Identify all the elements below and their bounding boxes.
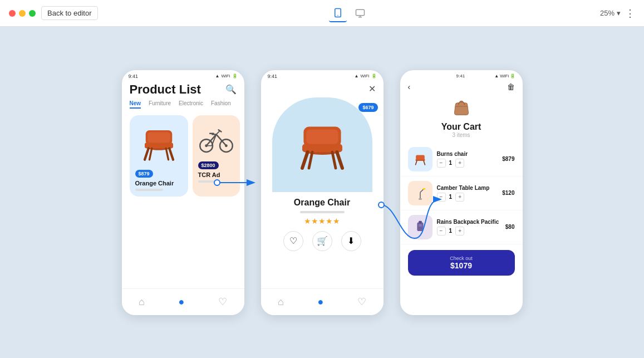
chair-rating-bar [135,189,163,191]
qty-decrease-2[interactable]: − [437,227,446,236]
traffic-lights [9,10,36,17]
chair-price-badge: $879 [135,170,153,178]
search-icon[interactable]: 🔍 [225,84,237,95]
bike-rating-bar [198,180,218,183]
back-icon[interactable]: ‹ [408,82,411,91]
svg-rect-35 [416,155,425,159]
cart-header: ‹ 🗑 [400,80,523,94]
phone2-bottom-nav: ⌂ ● ♡ [261,288,384,315]
cart-item-2-controls: − 1 + [437,227,501,236]
chair-image [135,121,183,165]
traffic-light-red[interactable] [9,10,16,17]
desktop-preview-icon[interactable] [351,4,369,22]
cart-item-1-name: Camber Table Lamp [437,185,498,191]
product-grid: $879 Orange Chair [122,112,244,200]
detail-stars: ★★★★★ [272,217,372,225]
product-detail-info: Orange Chair ★★★★★ ♡ 🛒 ⬇ [261,192,384,257]
qty-decrease-1[interactable]: − [437,193,446,202]
traffic-light-yellow[interactable] [19,10,26,17]
checkout-label: Check out [414,256,509,261]
product-list-title: Product List [130,82,201,97]
nav2-shop-icon[interactable]: ● [318,296,324,308]
phone1-status: 9:41 ▲WiFi🔋 [122,70,244,80]
trash-icon[interactable]: 🗑 [507,82,515,91]
cart-item-1: Camber Table Lamp − 1 + $120 [400,176,523,210]
svg-rect-33 [455,106,468,107]
product-list-tabs: New Furniture Electronic Fashion [122,100,244,112]
cart-item-2-image [408,215,432,239]
topbar-right: 25% ▾ ⋮ [600,7,635,19]
cart-item-0-image [408,147,432,171]
svg-line-11 [149,148,151,159]
close-icon[interactable]: ✕ [368,84,376,94]
svg-line-21 [216,130,220,134]
bike-product-name: TCR Ad [198,171,234,178]
cart-item-0-price: $879 [502,156,514,162]
phone2-status-icons: ▲WiFi🔋 [355,73,377,79]
svg-line-31 [309,152,312,168]
wishlist-button[interactable]: ♡ [283,231,303,251]
cart-item-0-controls: − 1 + [437,159,498,168]
svg-rect-2 [356,9,364,16]
phone2-header: ✕ [261,80,384,97]
tab-fashion[interactable]: Fashion [211,100,231,109]
cart-item-1-image [408,181,432,205]
svg-line-30 [337,152,342,168]
mobile-preview-icon[interactable] [329,4,347,22]
zoom-control[interactable]: 25% ▾ [600,9,621,17]
phone3-time-show: 9:41 [456,73,465,79]
cart-bag-icon [400,94,523,122]
bike-image [198,121,234,157]
qty-increase-2[interactable]: + [455,227,464,236]
phone-product-list: 9:41 ▲WiFi🔋 Product List 🔍 New Furniture… [122,70,244,315]
tab-furniture[interactable]: Furniture [149,100,171,109]
svg-line-39 [420,189,424,193]
detail-chair-image [289,114,356,175]
phone1-status-icons: ▲WiFi🔋 [215,73,238,79]
detail-price-tag: $679 [358,103,377,112]
cart-item-0-name: Burns chair [437,151,498,157]
cart-item-1-info: Camber Table Lamp − 1 + [437,185,498,202]
nav-home-icon[interactable]: ⌂ [139,296,145,308]
cart-item-2: Rains Backpack Pacific − 1 + $80 [400,210,523,244]
cart-item-2-name: Rains Backpack Pacific [437,219,501,225]
cart-title: Your Cart [400,122,523,132]
phone-cart: 9:41 9:41 ▲ WiFi 🔋 ‹ 🗑 Your Cart 3 items [400,70,523,315]
nav2-home-icon[interactable]: ⌂ [278,296,284,308]
qty-increase-1[interactable]: + [455,193,464,202]
qty-decrease-0[interactable]: − [437,159,446,168]
svg-rect-41 [419,198,422,200]
cart-item-2-price: $80 [505,224,515,230]
cart-item-2-info: Rains Backpack Pacific − 1 + [437,219,501,236]
product-detail-image: $679 [272,97,372,192]
svg-rect-43 [419,220,422,223]
handbag-icon [451,97,471,117]
zoom-chevron-icon: ▾ [617,9,621,17]
svg-line-29 [302,152,308,168]
phone2-time: 9:41 [268,73,278,79]
product-card-bike[interactable]: $2800 TCR Ad [193,115,240,197]
zoom-value: 25% [600,9,614,17]
qty-increase-0[interactable]: + [455,159,464,168]
topbar-center [329,4,369,22]
checkout-total: $1079 [414,261,509,270]
nav2-heart-icon[interactable]: ♡ [357,296,366,308]
download-button[interactable]: ⬇ [341,231,361,251]
chair-product-name: Orange Chair [135,180,183,187]
tab-new[interactable]: New [130,100,141,109]
nav-shop-icon[interactable]: ● [179,296,185,308]
bike-price-badge: $2800 [198,161,219,169]
product-card-chair[interactable]: $879 Orange Chair [130,115,188,197]
more-options-icon[interactable]: ⋮ [625,7,635,19]
phone2-status: 9:41 ▲WiFi🔋 [261,70,384,80]
add-to-cart-button[interactable]: 🛒 [312,231,332,251]
cart-item-1-controls: − 1 + [437,193,498,202]
cart-item-0: Burns chair − 1 + $879 [400,143,523,176]
tab-electronic[interactable]: Electronic [179,100,203,109]
svg-rect-42 [417,222,423,231]
nav-heart-icon[interactable]: ♡ [218,296,227,308]
back-to-editor-button[interactable]: Back to editor [41,6,98,20]
checkout-button[interactable]: Check out $1079 [408,250,515,276]
svg-line-9 [145,148,149,159]
traffic-light-green[interactable] [29,10,36,17]
